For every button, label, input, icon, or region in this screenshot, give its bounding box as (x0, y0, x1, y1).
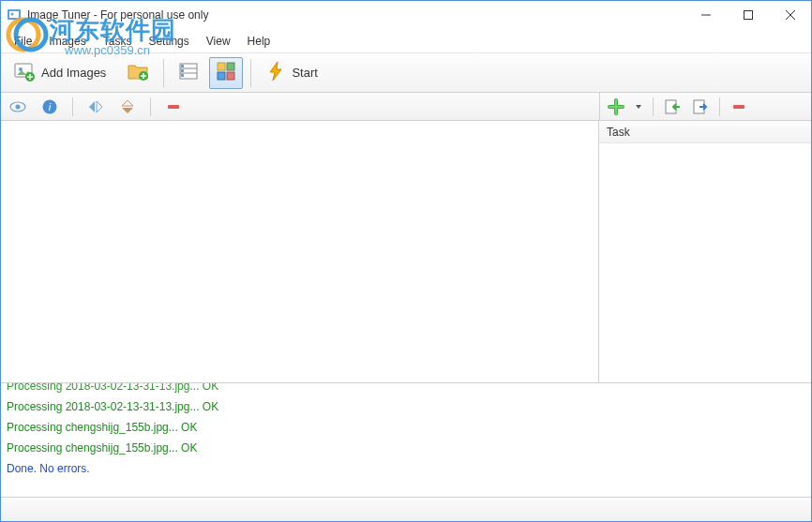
menubar: File Images Tasks Settings View Help (1, 29, 811, 53)
svg-rect-3 (9, 11, 19, 18)
image-list-pane[interactable] (1, 121, 599, 382)
export-task-button[interactable] (691, 97, 710, 116)
menu-view[interactable]: View (199, 32, 238, 51)
svg-point-4 (11, 13, 14, 16)
add-folder-button[interactable] (120, 57, 156, 89)
import-task-button[interactable] (663, 97, 682, 116)
export-icon (692, 98, 709, 115)
start-label: Start (292, 66, 317, 80)
svg-rect-17 (181, 69, 184, 72)
thumb-view-icon (216, 61, 236, 85)
log-done-line: Done. No errors. (7, 458, 805, 479)
sub-separator (72, 97, 73, 116)
log-line: Processing chengshijg_155b.jpg... OK (7, 438, 805, 458)
svg-rect-22 (227, 72, 234, 80)
menu-settings[interactable]: Settings (141, 32, 196, 51)
log-line: Processing 2018-03-02-13-31-13.jpg... OK (7, 382, 805, 396)
remove-task-icon (730, 98, 747, 115)
content-area: Task (1, 121, 811, 382)
svg-point-24 (16, 104, 21, 109)
close-button[interactable] (769, 1, 811, 29)
toolbar-sub: i (1, 93, 811, 121)
statusbar (1, 497, 811, 521)
flip-vertical-icon (119, 98, 136, 115)
add-images-label: Add Images (41, 66, 106, 80)
task-list[interactable] (599, 143, 811, 382)
titlebar: Image Tuner - For personal use only (1, 1, 811, 29)
info-icon: i (41, 98, 58, 115)
add-folder-icon (127, 60, 149, 86)
remove-task-button[interactable] (729, 97, 748, 116)
dropdown-icon (635, 103, 642, 111)
add-task-icon (608, 98, 624, 115)
list-view-icon (178, 61, 199, 85)
window-title: Image Tuner - For personal use only (27, 8, 684, 22)
menu-images[interactable]: Images (41, 32, 93, 51)
menu-tasks[interactable]: Tasks (96, 32, 140, 51)
toolbar-separator (163, 59, 164, 87)
preview-button[interactable] (8, 97, 27, 116)
sub-separator (719, 97, 720, 116)
rotate-left-button[interactable] (86, 97, 105, 116)
toolbar-main: Add Images Start (1, 53, 811, 93)
svg-rect-21 (218, 72, 225, 80)
thumbnail-view-button[interactable] (209, 57, 243, 89)
list-view-button[interactable] (172, 57, 205, 89)
add-images-icon (13, 60, 36, 86)
menu-file[interactable]: File (7, 32, 39, 51)
log-line: Processing 2018-03-02-13-31-13.jpg... OK (7, 396, 805, 417)
svg-rect-16 (181, 65, 184, 67)
add-task-button[interactable] (608, 97, 624, 116)
remove-image-button[interactable] (164, 97, 183, 116)
add-task-dropdown[interactable] (634, 103, 643, 111)
maximize-button[interactable] (727, 1, 769, 29)
add-images-button[interactable]: Add Images (7, 57, 116, 89)
remove-icon (165, 98, 182, 115)
sub-separator (653, 97, 654, 116)
toolbar-separator (250, 59, 251, 87)
flip-horizontal-icon (87, 98, 104, 115)
task-pane-header[interactable]: Task (599, 121, 811, 143)
window-controls (684, 1, 811, 29)
svg-rect-19 (218, 63, 225, 70)
toolbar-sub-right (599, 93, 811, 120)
svg-rect-18 (181, 74, 184, 77)
task-pane: Task (599, 121, 811, 382)
menu-help[interactable]: Help (240, 32, 278, 51)
lightning-icon (265, 60, 286, 86)
svg-rect-30 (733, 105, 744, 109)
log-line: Processing chengshijg_155b.jpg... OK (7, 417, 805, 438)
rotate-right-button[interactable] (118, 97, 137, 116)
svg-rect-20 (227, 63, 234, 70)
app-icon (7, 7, 22, 22)
start-button[interactable]: Start (259, 57, 327, 89)
svg-rect-6 (744, 11, 752, 20)
toolbar-sub-left: i (1, 97, 599, 116)
sub-separator (150, 97, 151, 116)
svg-rect-27 (168, 105, 179, 109)
app-window: 河东软件园 www.pc0359.cn Image Tuner - For pe… (0, 0, 812, 522)
import-icon (664, 98, 681, 115)
info-button[interactable]: i (40, 97, 59, 116)
minimize-button[interactable] (684, 1, 727, 29)
log-pane[interactable]: Processing 2018-03-02-13-31-13.jpg... OK… (1, 382, 811, 497)
eye-icon (9, 98, 26, 115)
